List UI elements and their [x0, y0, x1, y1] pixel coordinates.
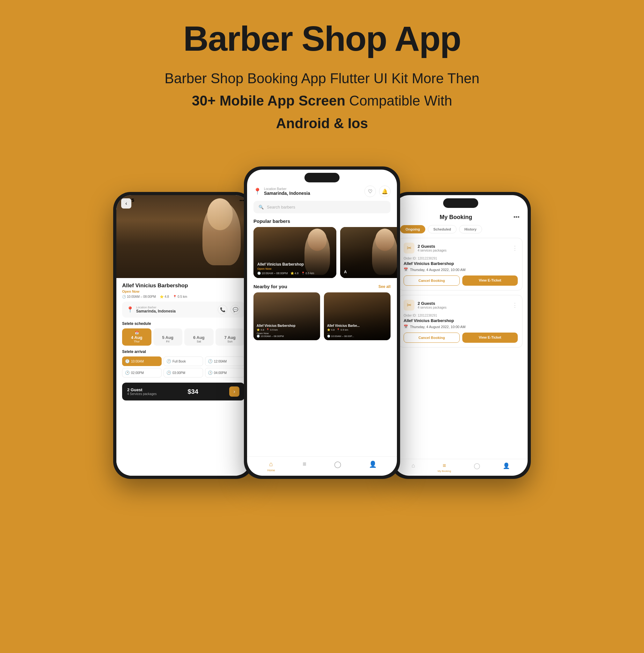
booking-actions-1: Cancel Booking View E-Ticket — [404, 275, 518, 286]
back-button[interactable]: ‹ — [121, 198, 131, 209]
time-fullbook: 🕐 Full Book — [164, 357, 203, 366]
next-button[interactable]: › — [229, 386, 240, 397]
arrival-times: 🕙 10:00AM 🕐 Full Book 🕛 12:00AM 🕑 02:00P… — [122, 357, 245, 378]
right-home-icon: ⌂ — [412, 462, 415, 469]
booking-date-2: 📅 Thursday, 4 August 2022, 10:00 AM — [404, 324, 518, 329]
nav-orders[interactable]: ≡ — [302, 460, 306, 472]
time-3pm[interactable]: 🕒 03:00PM — [164, 368, 203, 378]
right-nav-chat[interactable]: ◯ — [474, 462, 480, 473]
scissors-icon-2: ✂ — [404, 300, 415, 311]
orders-icon: ≡ — [302, 460, 306, 468]
calendar-icon-2: 📅 — [404, 324, 408, 329]
phone-right: My Booking ••• Ongoing Scheduled History — [391, 192, 531, 479]
center-header: 📍 Location Barber Samarinda, Indonesia ♡… — [247, 183, 397, 201]
tab-scheduled[interactable]: Scheduled — [428, 225, 456, 234]
right-nav-booking[interactable]: ≡ My Booking — [438, 462, 451, 473]
booking-actions-2: Cancel Booking View E-Ticket — [404, 333, 518, 343]
nearby-card-2[interactable]: Allef Vinicius Barbe... ⭐ 4.8 📍 0.5 km —… — [324, 292, 391, 340]
date-sat[interactable]: 📅 6 Aug Sat — [184, 329, 214, 346]
booking-shop-1: Allef Vinicius Barbershop — [404, 261, 518, 266]
popular-barber-card-1[interactable]: Allef Vinicius Barbershop Open Now 🕙 10:… — [253, 227, 336, 278]
cancel-booking-button-2[interactable]: Cancel Booking — [404, 333, 460, 343]
chat-bubble-icon: ◯ — [334, 460, 341, 468]
time-12am[interactable]: 🕛 12:00AM — [205, 357, 245, 366]
right-header: My Booking ••• — [394, 208, 528, 225]
nav-chat[interactable]: ◯ — [334, 460, 341, 472]
phone-center: 📍 Location Barber Samarinda, Indonesia ♡… — [244, 166, 400, 479]
view-eticket-button-1[interactable]: View E-Ticket — [462, 275, 518, 286]
time-2pm[interactable]: 🕑 02:00PM — [122, 368, 162, 378]
nearby-section-header: Nearby for you See all — [247, 284, 397, 289]
calendar-icon-1: 📅 — [404, 267, 408, 272]
time-4pm[interactable]: 🕓 04:00PM — [205, 368, 245, 378]
right-profile-icon: 👤 — [503, 462, 510, 469]
location-row: 📍 Location Barber Samarinda, Indonesia 📞… — [122, 301, 245, 318]
schedule-label: Selete schedule — [122, 321, 245, 326]
booking-menu-2[interactable]: ⋮ — [512, 301, 518, 309]
open-status: Open Now — [122, 290, 245, 293]
dynamic-island-center — [304, 173, 340, 183]
right-chat-icon: ◯ — [474, 462, 480, 469]
shop-name: Allef Vinicius Barbershop — [122, 283, 245, 289]
hero-image-left: 11:25 ▪▪▪ ‹ — [116, 195, 250, 278]
favorite-icon[interactable]: ♡ — [364, 186, 376, 197]
booking-date-1: 📅 Thursday, 4 August 2022, 10:00 AM — [404, 267, 518, 272]
booking-menu-1[interactable]: ⋮ — [512, 245, 518, 251]
schedule-dates: 📅 4 Aug Thur 📅 5 Aug Fri 📅 6 Aug Sat — [122, 329, 245, 346]
view-eticket-button-2[interactable]: View E-Ticket — [462, 333, 518, 343]
time-10am[interactable]: 🕙 10:00AM — [122, 357, 162, 366]
chat-icon[interactable]: 💬 — [230, 305, 240, 314]
booking-card-2: ✂ 2 Guests 4 services packages ⋮ Order I… — [399, 295, 523, 347]
right-booking-icon: ≡ — [443, 462, 446, 469]
nav-profile[interactable]: 👤 — [369, 460, 377, 472]
popular-barber-card-2[interactable]: A — [340, 227, 397, 278]
status-icons: ▪▪▪ — [240, 198, 244, 203]
bottom-nav-center: ⌂ Home ≡ ◯ 👤 — [247, 456, 397, 476]
order-id-1: Order ID: 12012238291 — [404, 257, 518, 260]
right-nav-home[interactable]: ⌂ — [412, 462, 415, 473]
booking-tabs: Ongoing Scheduled History — [394, 225, 528, 234]
location-pin-icon: 📍 — [253, 188, 262, 195]
phone-icon[interactable]: 📞 — [218, 305, 227, 314]
popular-section-header: Popular barbers — [247, 218, 397, 224]
see-all-link[interactable]: See all — [378, 284, 391, 289]
phones-container: 11:25 ▪▪▪ ‹ Allef Vinicius Barbershop Op… — [0, 147, 644, 504]
booking-summary-bar: 2 Guest 4 Services packages $34 › — [122, 383, 245, 401]
tab-history[interactable]: History — [459, 225, 482, 234]
my-booking-title: My Booking — [440, 214, 472, 221]
booking-shop-2: Allef Vinicius Barbershop — [404, 318, 518, 323]
right-nav-profile[interactable]: 👤 — [503, 462, 510, 473]
shop-meta: 🕐 10:00AM – 08:00PM ⭐ 4.8 📍 0.5 km — [122, 295, 245, 298]
scissors-icon-1: ✂ — [404, 243, 415, 253]
notification-icon[interactable]: 🔔 — [379, 186, 391, 197]
date-fri[interactable]: 📅 5 Aug Fri — [153, 329, 183, 346]
cancel-booking-button-1[interactable]: Cancel Booking — [404, 275, 460, 286]
page-title: Barber Shop App — [13, 19, 631, 58]
date-sun[interactable]: 📅 7 Aug Sun — [216, 329, 245, 346]
subtitle: Barber Shop Booking App Flutter UI Kit M… — [13, 67, 631, 135]
search-bar[interactable]: 🔍 Search barbers — [253, 201, 391, 213]
price-display: $34 — [188, 388, 198, 395]
arrival-label: Selete arrival — [122, 349, 245, 354]
home-icon: ⌂ — [269, 460, 273, 468]
booking-card-1: ✂ 2 Guests 4 services packages ⋮ Order I… — [399, 238, 523, 290]
order-id-2: Order ID: 12012238291 — [404, 314, 518, 317]
tab-ongoing[interactable]: Ongoing — [400, 225, 425, 234]
more-options-button[interactable]: ••• — [512, 212, 521, 222]
profile-icon: 👤 — [369, 460, 377, 468]
nearby-card-1[interactable]: Allef Vinicius Barbershop ⭐ 4.8 📍 0.5 km… — [253, 292, 320, 340]
nearby-grid: Allef Vinicius Barbershop ⭐ 4.8 📍 0.5 km… — [247, 292, 397, 340]
bottom-nav-right: ⌂ ≡ My Booking ◯ 👤 — [394, 459, 528, 476]
phone-left: 11:25 ▪▪▪ ‹ Allef Vinicius Barbershop Op… — [113, 192, 253, 479]
popular-barbers-scroll: Allef Vinicius Barbershop Open Now 🕙 10:… — [247, 227, 397, 278]
nav-home[interactable]: ⌂ Home — [267, 460, 275, 472]
search-icon: 🔍 — [258, 205, 264, 210]
date-thu[interactable]: 📅 4 Aug Thur — [122, 329, 151, 346]
dynamic-island-right — [443, 198, 478, 208]
